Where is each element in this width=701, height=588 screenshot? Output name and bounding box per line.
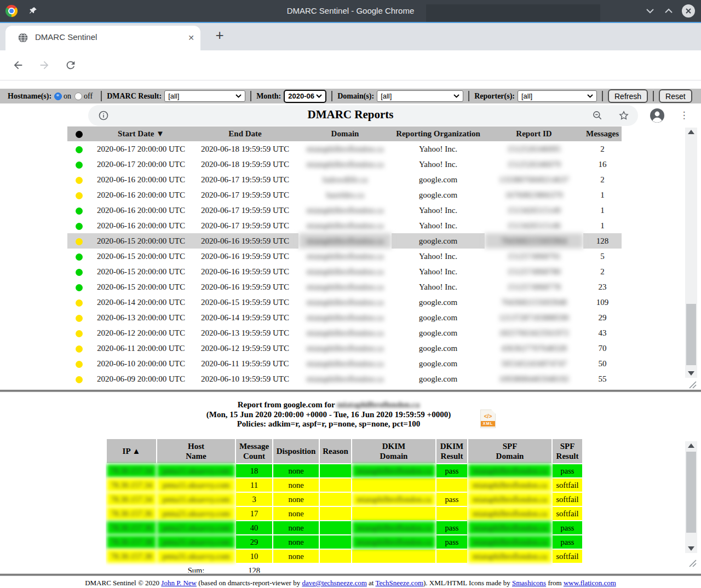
redacted-cell: miataphilbroflondon.ca <box>468 521 551 534</box>
filter-divider <box>602 91 603 101</box>
detail-table-header-row: IP ▲Host NameMessage CountDispositionRea… <box>107 439 582 463</box>
detail-column-header-message-count[interactable]: Message Count <box>236 439 272 463</box>
reset-button[interactable]: Reset <box>659 89 692 103</box>
detail-row: 78.30.157.36pmta21.uksavvy.com40nonemiat… <box>107 521 582 534</box>
report-cell: 2020-06-16 19:59:59 UTC <box>192 249 298 264</box>
footer-link[interactable]: John P. New <box>161 579 197 587</box>
report-row[interactable]: 2020-06-09 20:00:00 UTC2020-06-10 19:59:… <box>67 371 622 387</box>
redacted-cell: miataphilbroflondon.ca <box>468 550 551 563</box>
hostname-off-radio[interactable] <box>74 93 82 100</box>
report-cell: 2020-06-10 19:59:59 UTC <box>192 371 298 387</box>
scroll-down-arrow[interactable] <box>685 544 697 553</box>
footer-link[interactable]: Smashicons <box>512 579 546 587</box>
refresh-button[interactable]: Refresh <box>608 89 648 103</box>
scroll-down-arrow[interactable] <box>685 369 697 378</box>
redacted-cell: 16760823866379 <box>485 187 583 203</box>
report-cell: 16 <box>583 157 622 172</box>
status-dot-yellow <box>76 299 83 307</box>
report-row[interactable]: 2020-06-17 20:00:00 UTC2020-06-18 19:59:… <box>67 157 622 172</box>
footer-link[interactable]: dave@techsneeze.com <box>302 579 366 587</box>
status-cell <box>67 310 90 325</box>
footer-link[interactable]: TechSneeze.com <box>375 579 423 587</box>
detail-column-header-dkim-result[interactable]: DKIM Result <box>436 439 467 463</box>
report-cell: 2 <box>583 141 622 157</box>
report-cell: 2020-06-12 19:59:59 UTC <box>192 341 298 356</box>
xml-code-glyph: </> <box>481 413 495 419</box>
sum-label: Sum: <box>157 564 235 573</box>
status-dot-yellow <box>76 361 83 368</box>
reports-scrollbar[interactable] <box>685 128 697 378</box>
report-cell: google.com <box>392 341 485 356</box>
xml-label: XML <box>481 421 495 426</box>
month-select[interactable]: 2020-06 <box>284 90 326 103</box>
reporter-value: [all] <box>521 92 532 100</box>
resize-grip-icon[interactable] <box>688 380 698 389</box>
column-header-messages[interactable]: Messages <box>583 126 622 141</box>
detail-column-header-reason[interactable]: Reason <box>320 439 351 463</box>
report-row[interactable]: 2020-06-17 20:00:00 UTC2020-06-18 19:59:… <box>67 141 622 157</box>
report-row[interactable]: 2020-06-15 20:00:00 UTC2020-06-16 19:59:… <box>67 233 622 249</box>
scroll-up-arrow[interactable] <box>685 128 697 136</box>
filter-divider <box>331 91 332 101</box>
report-row[interactable]: 2020-06-12 20:00:00 UTC2020-06-13 19:59:… <box>67 325 622 341</box>
redacted-cell: pmta21.uksavvy.com <box>157 507 235 520</box>
domain-select[interactable]: [all] <box>377 90 463 102</box>
detail-heading-line3: Policies: adkim=r, aspf=r, p=none, sp=no… <box>0 419 657 429</box>
column-header-reporting-organization[interactable]: Reporting Organization <box>392 126 485 141</box>
column-header-report-id[interactable]: Report ID <box>485 126 583 141</box>
footer-link[interactable]: www.flaticon.com <box>564 579 616 587</box>
detail-column-header-disposition[interactable]: Disposition <box>273 439 319 463</box>
footer-credits: DMARC Sentinel © 2020 John P. New (based… <box>0 579 701 587</box>
detail-cell <box>352 564 435 573</box>
xml-download-icon[interactable]: </> XML <box>480 410 496 428</box>
tab-close-icon[interactable]: ✕ <box>185 32 197 44</box>
redacted-cell: miataphilbroflondon.ca <box>298 218 392 233</box>
report-row[interactable]: 2020-06-15 20:00:00 UTC2020-06-16 19:59:… <box>67 264 622 279</box>
report-row[interactable]: 2020-06-10 20:00:00 UTC2020-06-11 19:59:… <box>67 356 622 371</box>
reload-button[interactable] <box>63 57 78 73</box>
report-row[interactable]: 2020-06-13 20:00:00 UTC2020-06-14 19:59:… <box>67 310 622 325</box>
report-row[interactable]: 2020-06-16 20:00:00 UTC2020-06-17 19:59:… <box>67 203 622 218</box>
report-row[interactable]: 2020-06-15 20:00:00 UTC2020-06-16 19:59:… <box>67 249 622 264</box>
column-header-end-date[interactable]: End Date <box>192 126 298 141</box>
scrollbar-thumb[interactable] <box>686 452 696 533</box>
report-row[interactable]: 2020-06-11 20:00:00 UTC2020-06-12 19:59:… <box>67 341 622 356</box>
column-header-status[interactable] <box>67 126 90 141</box>
resize-grip-icon[interactable] <box>688 558 698 567</box>
status-dot-yellow <box>76 238 83 245</box>
hostname-on-radio[interactable] <box>54 93 62 100</box>
detail-scrollbar[interactable] <box>685 441 697 553</box>
scrollbar-thumb[interactable] <box>686 304 696 365</box>
reporter-select[interactable]: [all] <box>518 90 597 102</box>
filter-divider <box>101 91 102 101</box>
scroll-up-arrow[interactable] <box>685 441 697 450</box>
detail-cell: pass <box>553 521 582 534</box>
detail-column-header-ip[interactable]: IP ▲ <box>107 439 156 463</box>
detail-column-header-spf-domain[interactable]: SPF Domain <box>468 439 551 463</box>
report-cell: 2020-06-10 20:00:00 UTC <box>90 356 192 371</box>
new-tab-button[interactable]: + <box>211 27 228 44</box>
window-maximize-button[interactable] <box>664 4 674 18</box>
detail-column-header-host-name[interactable]: Host Name <box>157 439 235 463</box>
detail-column-header-spf-result[interactable]: SPF Result <box>553 439 582 463</box>
redacted-cell: miataphilbroflondon.ca <box>298 371 392 387</box>
report-row[interactable]: 2020-06-16 20:00:00 UTC2020-06-17 19:59:… <box>67 187 622 203</box>
report-row[interactable]: 2020-06-15 20:00:00 UTC2020-06-16 19:59:… <box>67 279 622 295</box>
detail-column-header-dkim-domain[interactable]: DKIM Domain <box>352 439 435 463</box>
window-minimize-button[interactable] <box>645 4 655 18</box>
window-close-button[interactable] <box>682 4 695 18</box>
column-header-start-date[interactable]: Start Date ▼ <box>90 126 192 141</box>
detail-cell <box>320 479 351 492</box>
redacted-cell: miataphilbroflondon.ca <box>352 493 435 506</box>
redacted-domain: miataphilbroflondon.ca <box>337 400 420 409</box>
column-header-domain[interactable]: Domain <box>298 126 392 141</box>
status-dot-yellow <box>76 315 83 322</box>
filter-toolbar: Hostname(s): on off DMARC Result: [all] … <box>0 89 701 103</box>
tab-dmarc-sentinel[interactable]: DMARC Sentinel ✕ <box>5 26 200 50</box>
report-row[interactable]: 2020-06-16 20:00:00 UTC2020-06-17 19:59:… <box>67 218 622 233</box>
report-row[interactable]: 2020-06-16 20:00:00 UTC2020-06-17 19:59:… <box>67 172 622 187</box>
dmarc-result-select[interactable]: [all] <box>164 90 245 102</box>
report-row[interactable]: 2020-06-14 20:00:00 UTC2020-06-15 19:59:… <box>67 295 622 310</box>
forward-button[interactable] <box>37 57 52 73</box>
back-button[interactable] <box>10 57 26 73</box>
